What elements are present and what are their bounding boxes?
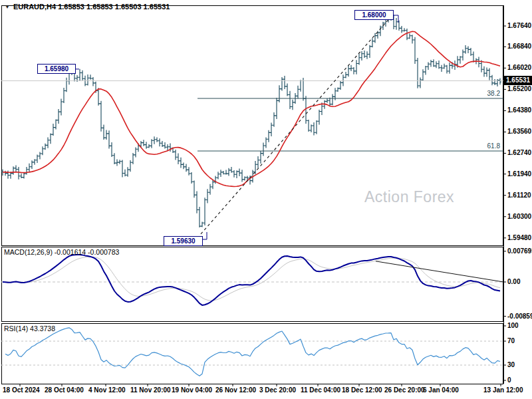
date-axis-label: 4 Nov 12:00 <box>88 386 126 394</box>
price-axis-label: 1.61120 <box>507 192 531 199</box>
date-axis-label: 26 Dec 20:00 <box>384 386 425 394</box>
date-axis-label: 6 Jan 04:00 <box>423 386 459 394</box>
rsi-axis-label: 100 <box>507 322 519 329</box>
price-axis-label: 1.63560 <box>507 128 531 135</box>
forex-chart-app: ▼EURAUD,H4 1.65853 1.65853 1.65503 1.655… <box>0 0 532 399</box>
rsi-indicator-label: RSI(14) 43.3738 <box>4 325 55 332</box>
price-axis-label: 1.67640 <box>507 22 531 29</box>
chart-canvas[interactable] <box>0 0 532 399</box>
date-axis-label: 28 Oct 04:00 <box>45 386 84 394</box>
price-axis-label: 1.59480 <box>507 234 531 241</box>
date-axis-label: 26 Nov 12:00 <box>215 386 256 394</box>
date-axis-label: 13 Jan 12:00 <box>483 386 523 394</box>
current-price-tag: 1.65531 <box>504 76 532 85</box>
rsi-axis-label: 30 <box>507 361 515 368</box>
price-axis-label: 1.60300 <box>507 213 531 220</box>
macd-axis-label: -0.008599 <box>507 313 532 320</box>
fib-level-label: 61.8 <box>464 142 500 150</box>
symbol-ohlc-title: EURAUD,H4 1.65853 1.65853 1.65503 1.6553… <box>13 3 170 11</box>
chart-title-bar: ▼EURAUD,H4 1.65853 1.65853 1.65503 1.655… <box>5 3 170 11</box>
price-axis-label: 1.65200 <box>507 85 531 92</box>
macd-indicator-label: MACD(12,26,9) -0.001614 -0.000783 <box>4 248 119 256</box>
symbol-dropdown-icon[interactable]: ▼ <box>5 4 10 10</box>
price-axis-label: 1.66840 <box>507 43 531 50</box>
rsi-axis-label: 0 <box>507 376 511 384</box>
macd-axis-label: 0.00 <box>507 278 520 285</box>
date-axis-label: 11 Nov 20:00 <box>130 386 171 394</box>
price-axis-label: 1.66020 <box>507 64 531 71</box>
price-axis-label: 1.64380 <box>507 106 531 114</box>
price-annotation-high[interactable]: 1.68000 <box>354 10 394 20</box>
date-axis-label: 3 Dec 20:00 <box>259 386 296 394</box>
price-annotation-low[interactable]: 1.59630 <box>164 236 203 246</box>
macd-axis-label: 0.007695 <box>507 247 532 255</box>
date-axis-label: 18 Dec 12:00 <box>342 386 382 394</box>
price-axis-label: 1.61940 <box>507 170 531 178</box>
rsi-axis-label: 70 <box>507 337 515 344</box>
date-axis-label: 19 Nov 04:00 <box>172 386 212 394</box>
fib-level-label: 38.2 <box>464 90 500 97</box>
price-annotation-left-peak[interactable]: 1.65980 <box>37 64 76 74</box>
price-axis-label: 1.62740 <box>507 149 531 156</box>
date-axis-label: 18 Oct 2024 <box>3 386 40 394</box>
date-axis-label: 11 Dec 04:00 <box>301 386 340 394</box>
